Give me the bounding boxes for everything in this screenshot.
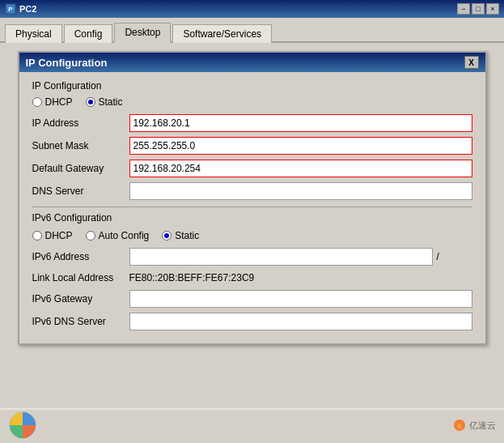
ip-address-row: IP Address	[32, 114, 472, 132]
minimize-button[interactable]: −	[457, 3, 470, 15]
tab-physical[interactable]: Physical	[5, 24, 62, 43]
ipv6-section-divider: IPv6 Configuration	[32, 207, 472, 224]
subnet-mask-label: Subnet Mask	[32, 140, 129, 151]
ipv6-slash: /	[436, 251, 438, 262]
ipv6-dns-server-input[interactable]	[129, 313, 472, 330]
ipv6-address-input[interactable]	[129, 248, 434, 266]
svg-text:P: P	[8, 6, 13, 13]
dns-server-input[interactable]	[129, 182, 472, 200]
ipv6-auto-radio[interactable]	[86, 231, 95, 241]
tab-software-services[interactable]: Software/Services	[172, 24, 272, 43]
title-bar: P PC2 − □ ×	[0, 0, 504, 18]
watermark-icon: 亿	[453, 419, 466, 432]
ipv6-mode-radio-group: DHCP Auto Config Static	[32, 230, 472, 241]
dns-server-row: DNS Server	[32, 182, 472, 200]
subnet-mask-input[interactable]	[129, 137, 472, 155]
taskbar-pie-icon	[8, 411, 37, 440]
ipv6-auto-option[interactable]: Auto Config	[86, 230, 150, 241]
ipv6-static-radio[interactable]	[162, 231, 172, 241]
dialog-title: IP Configuration	[26, 57, 108, 69]
ipv4-section-label: IP Configuration	[32, 80, 472, 92]
dialog-body: IP Configuration DHCP Static IP Address	[19, 72, 485, 343]
main-content: IP Configuration X IP Configuration DHCP…	[0, 43, 504, 441]
watermark: 亿 亿速云	[453, 419, 496, 432]
ipv6-static-label: Static	[175, 230, 199, 241]
default-gateway-row: Default Gateway	[32, 160, 472, 177]
ipv6-address-label: IPv6 Address	[32, 251, 129, 262]
default-gateway-label: Default Gateway	[32, 163, 129, 174]
ipv6-gateway-row: IPv6 Gateway	[32, 290, 472, 308]
ipv4-dhcp-option[interactable]: DHCP	[32, 96, 73, 108]
ipv6-dns-server-row: IPv6 DNS Server	[32, 313, 472, 330]
ipv6-dhcp-option[interactable]: DHCP	[32, 230, 73, 241]
ipv4-static-option[interactable]: Static	[86, 96, 123, 108]
ipv4-static-radio[interactable]	[86, 97, 95, 107]
link-local-label: Link Local Address	[32, 272, 129, 283]
tab-config[interactable]: Config	[64, 24, 113, 43]
ipv4-static-label: Static	[99, 96, 123, 108]
close-button[interactable]: ×	[486, 3, 499, 15]
ipv4-dhcp-radio[interactable]	[32, 97, 42, 107]
ipv6-gateway-label: IPv6 Gateway	[32, 293, 129, 305]
svg-text:亿: 亿	[456, 424, 462, 428]
window-icon: P	[5, 3, 16, 15]
ip-address-label: IP Address	[32, 117, 129, 129]
taskbar: 亿 亿速云	[0, 408, 504, 441]
link-local-value: FE80::20B:BEFF:FE67:23C9	[129, 270, 472, 285]
dns-server-label: DNS Server	[32, 185, 129, 197]
ipv6-static-option[interactable]: Static	[162, 230, 199, 241]
window-title: PC2	[19, 4, 36, 14]
ipv6-auto-label: Auto Config	[99, 230, 150, 241]
ipv6-address-row: IPv6 Address /	[32, 248, 472, 266]
tab-bar: Physical Config Desktop Software/Service…	[0, 18, 504, 43]
watermark-text: 亿速云	[469, 420, 496, 432]
subnet-mask-row: Subnet Mask	[32, 137, 472, 155]
ipv6-dns-server-label: IPv6 DNS Server	[32, 316, 129, 327]
ipv4-mode-radio-group: DHCP Static	[32, 96, 472, 108]
ip-configuration-dialog: IP Configuration X IP Configuration DHCP…	[18, 51, 487, 345]
ip-address-input[interactable]	[129, 114, 472, 132]
window-controls: − □ ×	[457, 3, 499, 15]
ipv6-dhcp-label: DHCP	[45, 230, 73, 241]
dialog-close-button[interactable]: X	[464, 56, 479, 69]
ipv4-dhcp-label: DHCP	[45, 96, 73, 108]
default-gateway-input[interactable]	[129, 160, 472, 177]
ipv6-gateway-input[interactable]	[129, 290, 472, 308]
maximize-button[interactable]: □	[472, 3, 485, 15]
ipv6-dhcp-radio[interactable]	[32, 231, 42, 241]
link-local-row: Link Local Address FE80::20B:BEFF:FE67:2…	[32, 270, 472, 285]
tab-desktop[interactable]: Desktop	[114, 23, 171, 43]
dialog-title-bar: IP Configuration X	[19, 53, 485, 72]
ipv6-section-label: IPv6 Configuration	[32, 212, 472, 224]
